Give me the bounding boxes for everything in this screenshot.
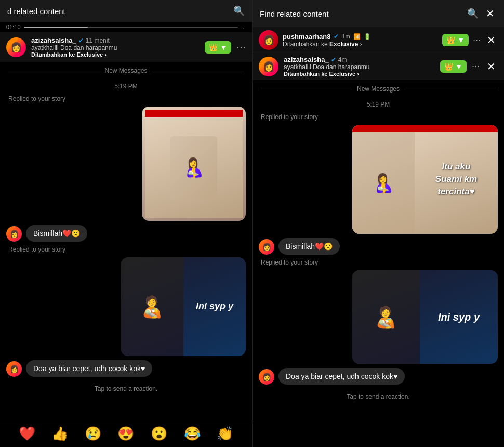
right-timestamp: 5:19 PM bbox=[253, 98, 504, 111]
progress-bar bbox=[24, 27, 238, 28]
right-story-username: azizahsalsha_ bbox=[284, 56, 329, 63]
left-story-username: azizahsalsha_ bbox=[31, 36, 76, 44]
right-chat-area[interactable]: New Messages 5:19 PM Replied to your sto… bbox=[253, 80, 504, 447]
left-story-time: 11 menit bbox=[86, 37, 110, 44]
left-story-row[interactable]: 👩 azizahsalsha_ ✔ 11 menit ayatkhalili D… bbox=[0, 32, 252, 62]
left-exclusive-highlight: Exclusive bbox=[76, 51, 103, 58]
right-exclusive-highlight: Exclusive bbox=[329, 71, 355, 77]
right-top-time: 1m bbox=[342, 33, 350, 40]
right-story-dots-button[interactable]: ··· bbox=[472, 61, 480, 72]
left-search-button[interactable]: 🔍 bbox=[233, 5, 245, 17]
left-bismillah-row: 👩 Bismillah❤️🙁 bbox=[0, 223, 252, 244]
left-crown-button[interactable]: 👑 ▼ bbox=[205, 41, 231, 54]
right-doa-row: 👩 Doa ya biar cepet, udh cocok kok♥ bbox=[253, 366, 504, 387]
left-exclusive-arrow: › bbox=[103, 51, 107, 58]
left-exclusive-row[interactable]: Ditambahkan ke Exclusive › bbox=[31, 51, 200, 58]
right-story-time: 4m bbox=[338, 56, 347, 63]
left-story-card-2: 🧑‍🍼 Ini syp y bbox=[121, 257, 246, 356]
right-search-bar: 🔍 ✕ bbox=[253, 0, 504, 27]
right-ini-syp-text: Ini syp y bbox=[438, 311, 480, 323]
right-exclusive-label: Ditambahkan ke bbox=[284, 71, 329, 77]
right-search-button[interactable]: 🔍 bbox=[467, 8, 479, 19]
left-ini-syp-text: Ini syp y bbox=[196, 300, 233, 313]
reaction-heart-eyes[interactable]: 😍 bbox=[117, 426, 134, 442]
right-replied-label: Replied to your story bbox=[253, 111, 504, 123]
right-top-verified: ✔ bbox=[334, 33, 339, 40]
left-new-messages-label: New Messages bbox=[104, 67, 147, 74]
right-x-button[interactable]: ✕ bbox=[485, 32, 498, 48]
right-bismillah-row: 👩 Bismillah❤️🙁 bbox=[253, 236, 504, 257]
left-tap-label: Tap to send a reaction. bbox=[0, 379, 252, 396]
left-story-reply-2: 🧑‍🍼 Ini syp y bbox=[0, 255, 252, 358]
right-story-x-button[interactable]: ✕ bbox=[485, 58, 498, 75]
right-tap-label: Tap to send a reaction. bbox=[253, 387, 504, 403]
left-bismillah-avatar: 👩 bbox=[6, 226, 22, 242]
right-exclusive-row2[interactable]: Ditambahkan ke Exclusive › bbox=[284, 71, 435, 77]
reaction-laugh[interactable]: 😂 bbox=[184, 426, 201, 442]
right-top-username: pushmaarhan8 bbox=[283, 33, 330, 41]
right-new-messages-label: New Messages bbox=[357, 85, 400, 93]
right-story-reply-1: 🤱 Itu akuSuami km tercinta♥ bbox=[253, 123, 504, 236]
right-exclusive-arrow: › bbox=[355, 71, 359, 77]
left-story-preview: ayatkhalili Doa dan harapanmu bbox=[31, 44, 200, 51]
right-search-input[interactable] bbox=[260, 9, 462, 18]
reaction-heart[interactable]: ❤️ bbox=[19, 426, 35, 442]
left-replied-label: Replied to your story bbox=[0, 93, 252, 104]
right-bismillah-avatar: 👩 bbox=[259, 239, 274, 255]
video-time: 01:10 bbox=[6, 24, 21, 30]
reaction-cry[interactable]: 😢 bbox=[85, 426, 101, 442]
right-top-user-row: 👩 pushmaarhan8 ✔ 1m 📶 🔋 Ditambahkan ke E… bbox=[253, 27, 504, 52]
right-exclusive-row[interactable]: Ditambahkan ke Exclusive › bbox=[283, 41, 438, 48]
left-story-avatar: 👩 bbox=[6, 37, 26, 57]
left-verified-icon: ✔ bbox=[78, 37, 84, 44]
right-story-crown-chevron: ▼ bbox=[455, 62, 462, 71]
right-battery-icon: 🔋 bbox=[364, 33, 371, 40]
right-story-card-2: 🧑‍🍼 Ini syp y bbox=[352, 270, 498, 364]
video-time-row: 01:10 ... bbox=[0, 22, 252, 32]
left-bismillah-bubble: Bismillah❤️🙁 bbox=[26, 225, 87, 242]
left-dots-button[interactable]: ⋯ bbox=[236, 42, 246, 53]
right-story-preview: ayatkhalili Doa dan harapanmu bbox=[284, 63, 435, 71]
right-doa-bubble: Doa ya biar cepet, udh cocok kok♥ bbox=[278, 368, 405, 385]
reaction-wow[interactable]: 😮 bbox=[151, 426, 167, 442]
right-story-row[interactable]: 👩 azizahsalsha_ ✔ 4m ayatkhalili Doa dan… bbox=[253, 52, 504, 80]
right-new-messages-divider: New Messages bbox=[253, 80, 504, 98]
right-wifi-icon: 📶 bbox=[353, 33, 361, 40]
right-close-button[interactable]: ✕ bbox=[484, 5, 497, 22]
left-story-info: azizahsalsha_ ✔ 11 menit ayatkhalili Doa… bbox=[31, 36, 200, 58]
reaction-thumbsup[interactable]: 👍 bbox=[51, 426, 68, 442]
right-story-card-1: 🤱 Itu akuSuami km tercinta♥ bbox=[352, 125, 498, 234]
left-doa-row: 👩 Doa ya biar cepet, udh cocok kok♥ bbox=[0, 358, 252, 379]
left-new-messages-divider: New Messages bbox=[0, 62, 252, 80]
left-chat-area[interactable]: New Messages 5:19 PM Replied to your sto… bbox=[0, 62, 252, 420]
right-story-crown-button[interactable]: 👑 ▼ bbox=[440, 60, 467, 73]
story-top-label: ... bbox=[241, 24, 246, 30]
right-story-reply-2: 🧑‍🍼 Ini syp y bbox=[253, 268, 504, 366]
left-story-reply-1: 🤱 bbox=[0, 104, 252, 223]
left-story-img-1: 🤱 bbox=[142, 107, 246, 221]
right-story-info: azizahsalsha_ ✔ 4m ayatkhalili Doa dan h… bbox=[284, 56, 435, 77]
left-doa-avatar: 👩 bbox=[6, 361, 22, 377]
left-reaction-bar: ❤️ 👍 😢 😍 😮 😂 👏 bbox=[0, 420, 252, 447]
reaction-clap[interactable]: 👏 bbox=[217, 426, 233, 442]
left-story-card-1: 🤱 bbox=[142, 107, 246, 221]
right-story-avatar: 👩 bbox=[259, 57, 278, 76]
left-timestamp: 5:19 PM bbox=[0, 80, 252, 93]
left-search-input[interactable] bbox=[7, 7, 228, 16]
right-top-info: pushmaarhan8 ✔ 1m 📶 🔋 Ditambahkan ke Exc… bbox=[283, 33, 438, 48]
right-verified-icon: ✔ bbox=[331, 56, 336, 63]
right-dots-button[interactable]: ··· bbox=[473, 35, 481, 46]
right-crown-chevron: ▼ bbox=[457, 36, 465, 44]
right-doa-avatar: 👩 bbox=[259, 369, 274, 385]
left-search-bar: 🔍 bbox=[0, 0, 252, 22]
right-top-avatar: 👩 bbox=[259, 30, 278, 50]
right-bismillah-bubble: Bismillah❤️🙁 bbox=[278, 238, 340, 255]
left-doa-bubble: Doa ya biar cepet, udh cocok kok♥ bbox=[26, 360, 152, 377]
left-replied-label2: Replied to your story bbox=[0, 244, 252, 255]
right-panel: 🔍 ✕ 👩 pushmaarhan8 ✔ 1m 📶 🔋 Ditambahkan … bbox=[252, 0, 504, 447]
left-exclusive-label: Ditambahkan ke bbox=[31, 51, 76, 58]
right-replied-label2: Replied to your story bbox=[253, 257, 504, 268]
left-panel: 🔍 01:10 ... 👩 azizahsalsha_ ✔ 11 menit a… bbox=[0, 0, 252, 447]
right-crown-button[interactable]: 👑 ▼ bbox=[442, 34, 469, 46]
left-crown-label: ▼ bbox=[220, 43, 227, 51]
